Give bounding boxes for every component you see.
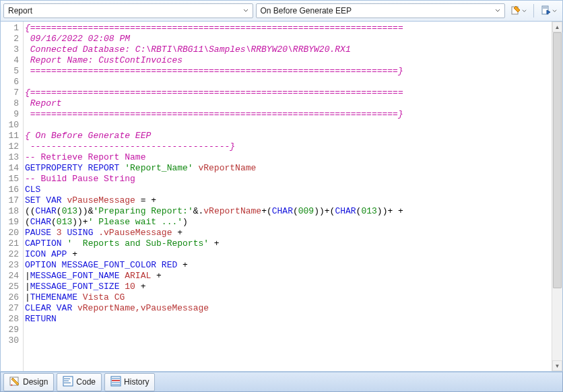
svg-rect-9: [112, 378, 120, 379]
tab-label: Code: [76, 377, 96, 387]
code-line[interactable]: ICON APP +: [25, 249, 552, 260]
line-number: 22: [1, 249, 19, 260]
code-line[interactable]: --------------------------------------}: [25, 141, 552, 152]
code-line[interactable]: (CHAR(013))+' Please wait ...'): [25, 217, 552, 228]
line-number: 11: [1, 131, 19, 141]
line-number: 28: [1, 314, 19, 325]
line-number: 13: [1, 152, 19, 163]
code-line[interactable]: |MESSAGE_FONT_NAME ARIAL +: [25, 271, 552, 282]
element-dropdown[interactable]: Report: [3, 3, 253, 18]
code-icon: [63, 376, 73, 389]
line-number: 6: [1, 77, 19, 88]
tab-code[interactable]: Code: [57, 373, 102, 391]
line-number: 7: [1, 88, 19, 98]
scroll-track[interactable]: [552, 32, 562, 360]
code-line[interactable]: [25, 120, 552, 131]
pencil-paper-icon: [510, 5, 521, 17]
line-number: 1: [1, 23, 19, 34]
line-number: 12: [1, 141, 19, 152]
svg-rect-2: [543, 7, 548, 9]
code-line[interactable]: [25, 335, 552, 346]
tab-design[interactable]: Design: [3, 373, 54, 391]
run-button[interactable]: [538, 3, 560, 19]
line-number: 17: [1, 195, 19, 206]
line-number: 20: [1, 228, 19, 238]
tab-label: Design: [23, 377, 48, 387]
code-editor: 1234567891011121314151617181920212223242…: [0, 22, 563, 372]
tab-history[interactable]: History: [104, 373, 155, 391]
scroll-thumb[interactable]: [553, 32, 562, 288]
code-line[interactable]: [25, 325, 552, 335]
chevron-down-icon: [240, 5, 251, 16]
history-icon: [110, 376, 121, 389]
svg-rect-10: [112, 380, 120, 381]
code-line[interactable]: {=======================================…: [25, 23, 552, 34]
bottom-tab-bar: Design Code History: [0, 372, 563, 392]
code-line[interactable]: Connected Database: C:\RBTI\RBG11\Sample…: [25, 44, 552, 55]
chevron-down-icon: [492, 5, 503, 16]
code-line[interactable]: -- Build Pause String: [25, 174, 552, 185]
code-line[interactable]: GETPROPERTY REPORT 'Report_Name' vReport…: [25, 163, 552, 174]
line-number: 4: [1, 55, 19, 66]
toolbar: Report On Before Generate EEP: [0, 0, 563, 22]
svg-rect-11: [112, 382, 120, 383]
code-line[interactable]: -- Retrieve Report Name: [25, 152, 552, 163]
page-arrow-icon: [541, 5, 552, 17]
code-area[interactable]: {=======================================…: [24, 22, 552, 371]
line-number: 19: [1, 217, 19, 228]
edit-button[interactable]: [508, 3, 529, 19]
line-number: 23: [1, 260, 19, 271]
line-number-gutter: 1234567891011121314151617181920212223242…: [1, 22, 24, 371]
line-number: 3: [1, 44, 19, 55]
element-dropdown-text: Report: [8, 6, 240, 15]
line-number: 21: [1, 238, 19, 249]
line-number: 24: [1, 271, 19, 282]
code-line[interactable]: ========================================…: [25, 109, 552, 120]
code-line[interactable]: [25, 77, 552, 88]
line-number: 14: [1, 163, 19, 174]
svg-rect-6: [64, 381, 69, 381]
line-number: 9: [1, 109, 19, 120]
scroll-down-icon[interactable]: ▼: [552, 360, 562, 371]
tab-label: History: [124, 377, 149, 387]
scroll-up-icon[interactable]: ▲: [552, 22, 562, 32]
code-line[interactable]: ((CHAR(013))&'Preparing Report:'&.vRepor…: [25, 206, 552, 217]
chevron-down-icon: [522, 7, 527, 15]
code-line[interactable]: Report: [25, 98, 552, 109]
code-line[interactable]: SET VAR vPauseMessage = +: [25, 195, 552, 206]
code-line[interactable]: CLS: [25, 185, 552, 195]
code-line[interactable]: {=======================================…: [25, 88, 552, 98]
line-number: 29: [1, 325, 19, 335]
code-line[interactable]: |THEMENAME Vista CG: [25, 292, 552, 303]
code-line[interactable]: 09/16/2022 02:08 PM: [25, 34, 552, 44]
design-icon: [9, 376, 20, 389]
line-number: 10: [1, 120, 19, 131]
svg-rect-12: [112, 384, 120, 385]
line-number: 27: [1, 303, 19, 314]
line-number: 18: [1, 206, 19, 217]
code-line[interactable]: PAUSE 3 USING .vPauseMessage +: [25, 228, 552, 238]
code-line[interactable]: ========================================…: [25, 66, 552, 77]
svg-rect-7: [64, 383, 71, 383]
line-number: 30: [1, 335, 19, 346]
line-number: 15: [1, 174, 19, 185]
line-number: 25: [1, 282, 19, 292]
code-line[interactable]: CLEAR VAR vReportName,vPauseMessage: [25, 303, 552, 314]
svg-rect-5: [64, 379, 70, 379]
toolbar-separator: [533, 4, 534, 18]
line-number: 5: [1, 66, 19, 77]
code-line[interactable]: |MESSAGE_FONT_SIZE 10 +: [25, 282, 552, 292]
event-dropdown[interactable]: On Before Generate EEP: [256, 3, 506, 18]
code-line[interactable]: CAPTION ' Reports and Sub-Reports' +: [25, 238, 552, 249]
code-line[interactable]: { On Before Generate EEP: [25, 131, 552, 141]
code-line[interactable]: RETURN: [25, 314, 552, 325]
code-line[interactable]: OPTION MESSAGE_FONT_COLOR RED +: [25, 260, 552, 271]
line-number: 8: [1, 98, 19, 109]
code-line[interactable]: Report Name: CustContInvoices: [25, 55, 552, 66]
event-dropdown-text: On Before Generate EEP: [261, 6, 493, 15]
line-number: 16: [1, 185, 19, 195]
line-number: 2: [1, 34, 19, 44]
vertical-scrollbar[interactable]: ▲ ▼: [552, 22, 562, 371]
line-number: 26: [1, 292, 19, 303]
chevron-down-icon: [552, 7, 557, 15]
